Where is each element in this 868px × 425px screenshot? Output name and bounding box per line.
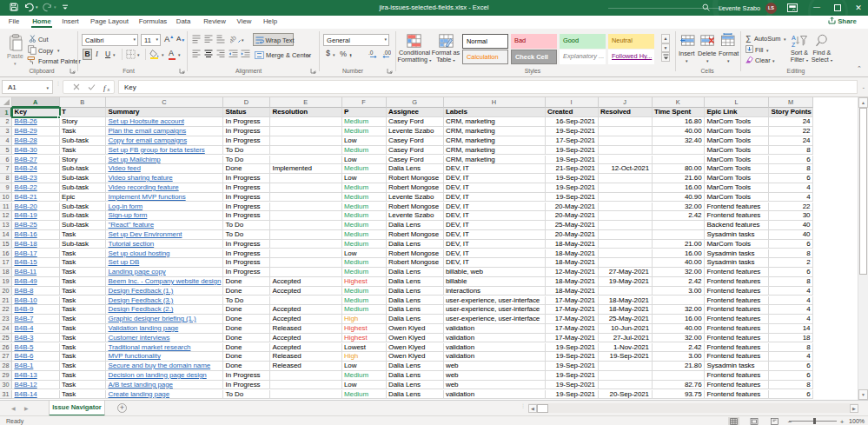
cell-K25[interactable]: 32.00 (653, 334, 706, 343)
cell-A13[interactable]: B4B-25 (12, 221, 60, 230)
cell-B1[interactable]: T (60, 108, 107, 118)
cell-B8[interactable]: Sub-task (60, 174, 107, 183)
cell-link[interactable]: Implement MVP functions (109, 193, 186, 201)
cell-B13[interactable]: Sub-task (60, 221, 107, 230)
cell-link[interactable]: Video feed (109, 164, 141, 172)
percent-format-icon[interactable]: % (340, 50, 347, 58)
cell-B28[interactable]: Task (60, 362, 107, 371)
cell-D22[interactable]: Done (223, 305, 270, 315)
cell-link[interactable]: Secure and buy the domain name (109, 362, 211, 369)
sheet-nav-right-icon[interactable]: ▶ (24, 405, 29, 411)
cell-H19[interactable]: billable (444, 277, 546, 287)
cell-B6[interactable]: Story (60, 156, 107, 165)
zoom-percentage[interactable]: 100% (849, 418, 865, 424)
gallery-more-icon[interactable] (661, 52, 670, 62)
cell-F24[interactable]: Highest (342, 324, 387, 334)
cell-I16[interactable]: 18-May-2021 (546, 249, 599, 259)
cell-F28[interactable]: Low (342, 362, 387, 371)
cell-G18[interactable]: Dalia Lens (387, 268, 444, 277)
cell-I18[interactable]: 12-May-2021 (546, 268, 599, 277)
font-family-select[interactable]: Calibri ▾ (82, 34, 138, 46)
row-header-16[interactable]: 16 (0, 249, 12, 259)
merge-center-button[interactable]: Merge & Center ▾ (253, 49, 310, 62)
cell-I14[interactable]: 20-May-2021 (546, 230, 599, 240)
cell-C15[interactable]: Tutorial section (106, 240, 223, 249)
cell-E1[interactable]: Resolution (270, 108, 342, 118)
cell-K26[interactable]: 2.42 (653, 343, 706, 353)
cell-K31[interactable]: 93.75 (653, 390, 706, 400)
cell-D3[interactable]: In Progress (223, 127, 270, 136)
cell-L12[interactable]: Frontend features (705, 211, 769, 221)
tab-help[interactable]: Help (244, 17, 296, 25)
cell-L14[interactable]: Sysadmin tasks (705, 230, 769, 240)
cell-link[interactable]: Plan the email campaigns (109, 127, 187, 135)
cell-J8[interactable] (599, 174, 653, 183)
cell-J1[interactable]: Resolved (599, 108, 653, 118)
cell-B17[interactable]: Task (60, 258, 107, 268)
cell-H14[interactable]: DEV, IT (444, 230, 546, 240)
cell-D23[interactable]: Done (223, 315, 270, 324)
cell-B10[interactable]: Epic (60, 193, 107, 203)
scroll-down-arrow[interactable]: ▼ (858, 389, 868, 400)
cell-A21[interactable]: B4B-10 (12, 296, 60, 306)
row-header-22[interactable]: 22 (0, 305, 12, 315)
insert-cells-label[interactable]: Insert (679, 50, 694, 57)
copy-caret[interactable]: ▾ (57, 48, 60, 53)
cell-K20[interactable]: 3.00 (653, 287, 706, 296)
cell-A3[interactable]: B4B-29 (12, 127, 60, 136)
column-header-E[interactable]: E (270, 97, 342, 108)
cell-H2[interactable]: CRM, marketing (444, 117, 546, 127)
cell-L6[interactable]: MarCom Tools (705, 156, 769, 165)
column-header-D[interactable]: D (223, 97, 270, 108)
cell-E16[interactable] (270, 249, 342, 259)
cell-M19[interactable]: 8 (769, 277, 813, 287)
cell-K3[interactable]: 40.00 (653, 127, 706, 136)
cell-I12[interactable]: 20-May-2021 (546, 211, 599, 221)
cell-F20[interactable]: Medium (342, 287, 387, 296)
sort-filter-icon[interactable]: AZ (792, 34, 807, 50)
cell-H8[interactable]: DEV, IT (444, 174, 546, 183)
cell-H1[interactable]: Labels (444, 108, 546, 118)
cell-F1[interactable]: P (342, 108, 387, 118)
cell-B24[interactable]: Task (60, 324, 107, 334)
cell-I15[interactable]: 18-May-2021 (546, 240, 599, 249)
cell-H7[interactable]: DEV, IT (444, 164, 546, 174)
cell-M13[interactable]: 40 (769, 221, 813, 230)
number-format-select[interactable]: General ▾ (323, 34, 389, 46)
format-as-table-button[interactable]: Format as Table ▾ (426, 50, 466, 63)
format-painter-icon[interactable] (27, 56, 36, 67)
cell-B18[interactable]: Task (60, 268, 107, 277)
cell-A15[interactable]: B4B-18 (12, 240, 60, 249)
avatar[interactable]: LS (765, 3, 777, 14)
cell-link[interactable]: B4B-23 (15, 174, 37, 182)
cell-D12[interactable]: In Progress (223, 211, 270, 221)
cell-H23[interactable]: user-experience, user-interface (444, 315, 546, 324)
cell-A17[interactable]: B4B-15 (12, 258, 60, 268)
cell-E3[interactable] (270, 127, 342, 136)
row-header-21[interactable]: 21 (0, 296, 12, 306)
row-header-20[interactable]: 20 (0, 287, 12, 296)
cell-C4[interactable]: Copy for email campaigns (106, 136, 223, 146)
cell-F11[interactable]: Medium (342, 203, 387, 212)
cell-F26[interactable]: Lowest (342, 343, 387, 353)
cell-L11[interactable]: Frontend features (705, 203, 769, 212)
cell-C27[interactable]: MVP functionality (106, 352, 223, 362)
alignment-dialog-launcher-icon[interactable] (310, 68, 317, 75)
cell-K17[interactable]: 40.00 (653, 258, 706, 268)
cell-M20[interactable]: 4 (769, 287, 813, 296)
style-explanatory-[interactable]: Explanatory ... (560, 50, 606, 64)
cell-K4[interactable]: 32.40 (653, 136, 706, 146)
cell-link[interactable]: Set up Hootsuite account (109, 117, 184, 125)
cell-I17[interactable]: 18-May-2021 (546, 258, 599, 268)
cell-H30[interactable]: web (444, 381, 546, 390)
cell-E5[interactable] (270, 146, 342, 156)
cell-G20[interactable]: Dalia Lens (387, 287, 444, 296)
cell-A31[interactable]: B4B-14 (12, 390, 60, 400)
row-header-23[interactable]: 23 (0, 315, 12, 324)
row-header-27[interactable]: 27 (0, 352, 12, 362)
cell-link[interactable]: B4B-8 (15, 287, 34, 295)
cell-G21[interactable]: Dalia Lens (387, 296, 444, 306)
cell-L2[interactable]: MarCom Tools (705, 117, 769, 127)
cell-F27[interactable]: High (342, 352, 387, 362)
cell-A16[interactable]: B4B-17 (12, 249, 60, 259)
